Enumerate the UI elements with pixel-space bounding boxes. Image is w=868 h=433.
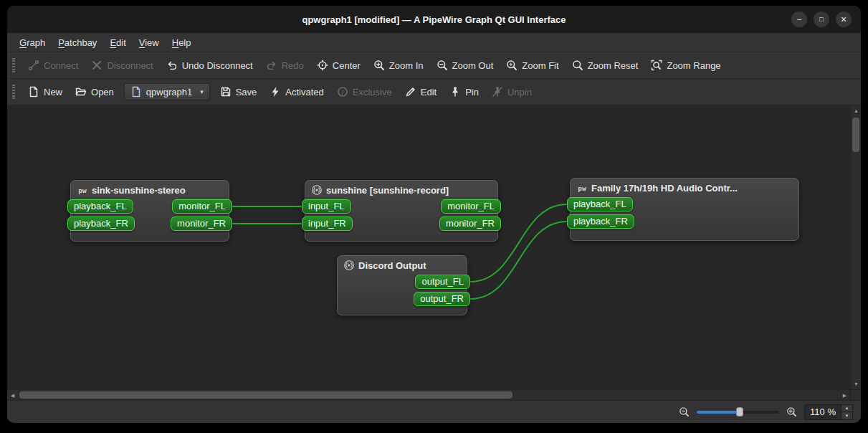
speaker-icon: [343, 260, 355, 271]
toolbar-label: Disconnect: [107, 60, 153, 71]
connect-icon: [28, 60, 39, 71]
close-icon: ×: [841, 14, 846, 24]
toolbar-button-zoom-reset[interactable]: Zoom Reset: [566, 56, 645, 75]
port-playback-fr[interactable]: playback_FR: [67, 217, 135, 231]
toolbar-label: Pin: [465, 87, 479, 97]
spin-down-icon[interactable]: ▼: [841, 411, 852, 419]
zoom-in-icon[interactable]: [786, 406, 797, 417]
spin-up-icon[interactable]: ▲: [841, 405, 852, 412]
node-sunshine-sunshine-record[interactable]: sunshine [sunshine-record]input_FLinput_…: [305, 180, 498, 242]
redo-icon: [266, 60, 277, 71]
horizontal-scroll-track[interactable]: [18, 390, 839, 400]
toolbar-button-zoom-in[interactable]: Zoom In: [367, 56, 430, 75]
port-playback-fl[interactable]: playback_FL: [67, 199, 133, 214]
scroll-down-icon[interactable]: ▼: [851, 379, 861, 389]
toolbar-button-new[interactable]: New: [22, 82, 69, 101]
menu-help[interactable]: Help: [166, 34, 198, 51]
toolbar-label: Activated: [285, 87, 323, 97]
node-title: sunshine [sunshine-record]: [326, 185, 449, 196]
zoom-value[interactable]: 110 %: [805, 405, 841, 419]
graph-canvas[interactable]: pwsink-sunshine-stereoplayback_FLplaybac…: [7, 105, 850, 389]
scroll-right-icon[interactable]: ▶: [839, 390, 850, 401]
node-ports: playback_FLplayback_FR: [571, 196, 798, 233]
close-button[interactable]: ×: [836, 11, 852, 27]
toolbar-graph-items: ConnectDisconnectUndo DisconnectRedoCent…: [22, 56, 728, 75]
pw-icon: pw: [77, 184, 88, 196]
toolbar-label: Exclusive: [353, 87, 392, 97]
vertical-scroll-track[interactable]: [851, 116, 861, 379]
maximize-button[interactable]: □: [814, 11, 829, 27]
toolbar-label: Unpin: [507, 87, 532, 97]
toolbar-button-undo-disconnect[interactable]: Undo Disconnect: [160, 56, 259, 75]
speaker-icon: [311, 184, 323, 196]
scroll-up-icon[interactable]: ▲: [851, 105, 861, 116]
output-ports: monitor_FLmonitor_FR: [171, 199, 232, 231]
edit-icon: [405, 86, 416, 97]
port-output-fl[interactable]: output_FL: [415, 275, 470, 289]
port-monitor-fr[interactable]: monitor_FR: [171, 217, 232, 231]
toolbar-button-redo[interactable]: Redo: [259, 56, 310, 75]
horizontal-scrollbar[interactable]: ◀ ▶: [7, 390, 850, 400]
port-monitor-fl[interactable]: monitor_FL: [441, 199, 501, 214]
file-icon: [130, 86, 142, 97]
activated-icon: [270, 86, 281, 97]
output-ports: output_FLoutput_FR: [414, 275, 470, 306]
minimize-icon: −: [796, 15, 801, 24]
toolbar-label: Edit: [421, 87, 437, 97]
node-header: pwsink-sunshine-stereo: [71, 181, 229, 198]
output-ports: monitor_FLmonitor_FR: [439, 199, 501, 231]
toolbar-button-center[interactable]: Center: [310, 56, 367, 75]
menu-bar: GraphPatchbayEditViewHelp: [7, 33, 861, 52]
zoom-slider-handle[interactable]: [736, 407, 743, 417]
toolbar-grip[interactable]: [12, 58, 15, 72]
port-playback-fr[interactable]: playback_FR: [567, 214, 634, 229]
node-discord-output[interactable]: Discord Outputoutput_FLoutput_FR: [337, 255, 467, 315]
minimize-button[interactable]: −: [791, 11, 807, 27]
vertical-scroll-thumb[interactable]: [852, 118, 859, 152]
zoom-spinbox[interactable]: 110 % ▲ ▼: [804, 404, 853, 420]
port-input-fl[interactable]: input_FL: [302, 199, 351, 214]
port-output-fr[interactable]: output_FR: [414, 292, 470, 306]
zoom-slider[interactable]: [697, 406, 779, 418]
menu-graph[interactable]: Graph: [13, 34, 52, 51]
app-window: qpwgraph1 [modified] — A PipeWire Graph …: [7, 6, 861, 423]
node-title: sink-sunshine-stereo: [92, 185, 186, 196]
port-monitor-fr[interactable]: monitor_FR: [439, 217, 501, 231]
canvas-outer: pwsink-sunshine-stereoplayback_FLplaybac…: [7, 105, 861, 400]
menu-edit[interactable]: Edit: [103, 34, 132, 51]
scroll-left-icon[interactable]: ◀: [7, 390, 18, 401]
toolbar-grip[interactable]: [12, 85, 15, 99]
menu-view[interactable]: View: [133, 34, 166, 51]
node-header: Discord Output: [338, 256, 467, 273]
toolbar-button-connect[interactable]: Connect: [22, 56, 85, 75]
toolbar-button-zoom-out[interactable]: Zoom Out: [430, 56, 500, 75]
menu-patchbay[interactable]: Patchbay: [52, 34, 103, 51]
zoom-spin-arrows: ▲ ▼: [841, 405, 852, 419]
toolbar-button-exclusive[interactable]: fExclusive: [330, 82, 399, 101]
toolbar-label: qpwgraph1: [146, 87, 192, 97]
toolbar-button-zoom-range[interactable]: Zoom Range: [644, 56, 727, 75]
zoom-slider-fill: [697, 411, 740, 414]
toolbar-button-activated[interactable]: Activated: [263, 82, 330, 101]
toolbar-button-unpin[interactable]: Unpin: [485, 82, 538, 101]
toolbar-button-zoom-fit[interactable]: Zoom Fit: [500, 56, 565, 75]
toolbar-label: New: [44, 87, 62, 97]
toolbar-label: Open: [91, 87, 114, 97]
toolbar-button-open[interactable]: Open: [69, 82, 120, 101]
port-input-fr[interactable]: input_FR: [302, 217, 353, 231]
toolbar-button-disconnect[interactable]: Disconnect: [85, 56, 159, 75]
port-playback-fl[interactable]: playback_FL: [567, 197, 633, 211]
filename-dropdown[interactable]: qpwgraph1▾: [124, 83, 210, 100]
toolbar-button-save[interactable]: Save: [214, 82, 264, 101]
title-bar[interactable]: qpwgraph1 [modified] — A PipeWire Graph …: [7, 6, 861, 33]
status-bar: 110 % ▲ ▼: [7, 400, 861, 423]
horizontal-scroll-thumb[interactable]: [19, 391, 512, 399]
port-monitor-fl[interactable]: monitor_FL: [172, 199, 232, 214]
toolbar-button-pin[interactable]: Pin: [443, 82, 485, 101]
zoom-out-icon[interactable]: [679, 406, 690, 417]
vertical-scrollbar[interactable]: ▲ ▼: [850, 105, 861, 389]
node-family-17h-19h-hd-audio-contr[interactable]: pwFamily 17h/19h HD Audio Contr...playba…: [570, 178, 799, 241]
toolbar-button-edit[interactable]: Edit: [399, 82, 443, 101]
toolbar-patchbay-items: NewOpenqpwgraph1▾SaveActivatedfExclusive…: [22, 82, 538, 101]
node-sink-sunshine-stereo[interactable]: pwsink-sunshine-stereoplayback_FLplaybac…: [70, 180, 229, 242]
